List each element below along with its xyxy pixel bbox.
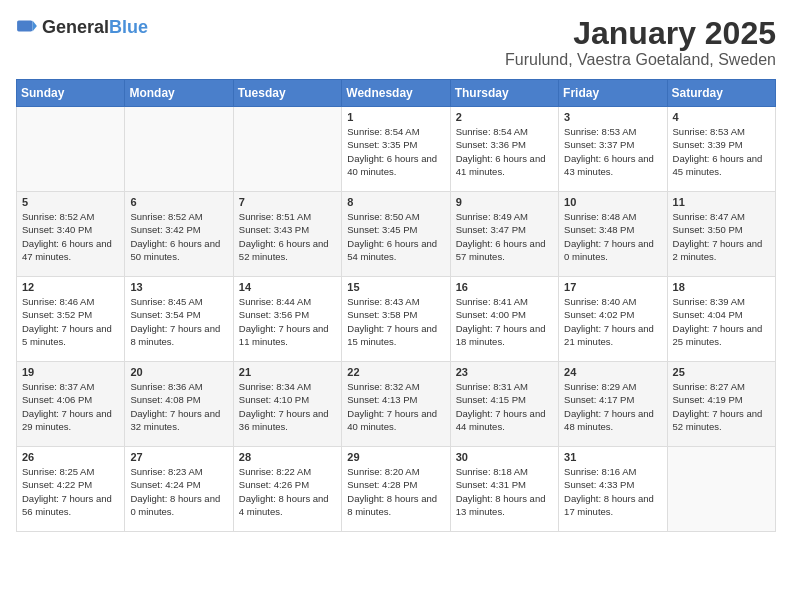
day-number: 20 (130, 366, 227, 378)
calendar-cell: 24Sunrise: 8:29 AM Sunset: 4:17 PM Dayli… (559, 362, 667, 447)
week-row-1: 1Sunrise: 8:54 AM Sunset: 3:35 PM Daylig… (17, 107, 776, 192)
week-row-4: 19Sunrise: 8:37 AM Sunset: 4:06 PM Dayli… (17, 362, 776, 447)
day-number: 22 (347, 366, 444, 378)
day-number: 3 (564, 111, 661, 123)
calendar-cell: 20Sunrise: 8:36 AM Sunset: 4:08 PM Dayli… (125, 362, 233, 447)
day-number: 29 (347, 451, 444, 463)
calendar-cell: 18Sunrise: 8:39 AM Sunset: 4:04 PM Dayli… (667, 277, 775, 362)
calendar-cell: 14Sunrise: 8:44 AM Sunset: 3:56 PM Dayli… (233, 277, 341, 362)
logo-general-text: General (42, 17, 109, 37)
day-number: 6 (130, 196, 227, 208)
day-number: 21 (239, 366, 336, 378)
calendar-cell (233, 107, 341, 192)
calendar-table: SundayMondayTuesdayWednesdayThursdayFrid… (16, 79, 776, 532)
day-number: 16 (456, 281, 553, 293)
day-number: 10 (564, 196, 661, 208)
day-info: Sunrise: 8:34 AM Sunset: 4:10 PM Dayligh… (239, 380, 336, 433)
day-info: Sunrise: 8:54 AM Sunset: 3:35 PM Dayligh… (347, 125, 444, 178)
calendar-cell: 19Sunrise: 8:37 AM Sunset: 4:06 PM Dayli… (17, 362, 125, 447)
day-info: Sunrise: 8:37 AM Sunset: 4:06 PM Dayligh… (22, 380, 119, 433)
day-info: Sunrise: 8:49 AM Sunset: 3:47 PM Dayligh… (456, 210, 553, 263)
day-number: 18 (673, 281, 770, 293)
calendar-cell: 16Sunrise: 8:41 AM Sunset: 4:00 PM Dayli… (450, 277, 558, 362)
day-number: 9 (456, 196, 553, 208)
day-info: Sunrise: 8:54 AM Sunset: 3:36 PM Dayligh… (456, 125, 553, 178)
calendar-cell: 28Sunrise: 8:22 AM Sunset: 4:26 PM Dayli… (233, 447, 341, 532)
svg-marker-1 (33, 20, 37, 31)
day-number: 13 (130, 281, 227, 293)
day-info: Sunrise: 8:48 AM Sunset: 3:48 PM Dayligh… (564, 210, 661, 263)
day-number: 14 (239, 281, 336, 293)
weekday-header-sunday: Sunday (17, 80, 125, 107)
calendar-cell: 9Sunrise: 8:49 AM Sunset: 3:47 PM Daylig… (450, 192, 558, 277)
day-info: Sunrise: 8:25 AM Sunset: 4:22 PM Dayligh… (22, 465, 119, 518)
calendar-cell: 15Sunrise: 8:43 AM Sunset: 3:58 PM Dayli… (342, 277, 450, 362)
day-info: Sunrise: 8:29 AM Sunset: 4:17 PM Dayligh… (564, 380, 661, 433)
calendar-cell: 17Sunrise: 8:40 AM Sunset: 4:02 PM Dayli… (559, 277, 667, 362)
calendar-cell: 10Sunrise: 8:48 AM Sunset: 3:48 PM Dayli… (559, 192, 667, 277)
day-number: 19 (22, 366, 119, 378)
day-number: 7 (239, 196, 336, 208)
calendar-cell: 13Sunrise: 8:45 AM Sunset: 3:54 PM Dayli… (125, 277, 233, 362)
day-number: 4 (673, 111, 770, 123)
calendar-cell: 11Sunrise: 8:47 AM Sunset: 3:50 PM Dayli… (667, 192, 775, 277)
calendar-cell: 22Sunrise: 8:32 AM Sunset: 4:13 PM Dayli… (342, 362, 450, 447)
calendar-cell (17, 107, 125, 192)
calendar-cell: 27Sunrise: 8:23 AM Sunset: 4:24 PM Dayli… (125, 447, 233, 532)
week-row-3: 12Sunrise: 8:46 AM Sunset: 3:52 PM Dayli… (17, 277, 776, 362)
weekday-header-wednesday: Wednesday (342, 80, 450, 107)
day-info: Sunrise: 8:46 AM Sunset: 3:52 PM Dayligh… (22, 295, 119, 348)
page-header: GeneralBlue January 2025 Furulund, Vaest… (16, 16, 776, 69)
day-number: 11 (673, 196, 770, 208)
calendar-cell: 5Sunrise: 8:52 AM Sunset: 3:40 PM Daylig… (17, 192, 125, 277)
day-info: Sunrise: 8:52 AM Sunset: 3:40 PM Dayligh… (22, 210, 119, 263)
weekday-header-thursday: Thursday (450, 80, 558, 107)
logo: GeneralBlue (16, 16, 148, 38)
day-info: Sunrise: 8:50 AM Sunset: 3:45 PM Dayligh… (347, 210, 444, 263)
day-info: Sunrise: 8:47 AM Sunset: 3:50 PM Dayligh… (673, 210, 770, 263)
logo-icon (16, 16, 38, 38)
calendar-cell (667, 447, 775, 532)
day-info: Sunrise: 8:44 AM Sunset: 3:56 PM Dayligh… (239, 295, 336, 348)
day-number: 26 (22, 451, 119, 463)
day-info: Sunrise: 8:16 AM Sunset: 4:33 PM Dayligh… (564, 465, 661, 518)
day-number: 15 (347, 281, 444, 293)
day-number: 17 (564, 281, 661, 293)
title-section: January 2025 Furulund, Vaestra Goetaland… (505, 16, 776, 69)
calendar-cell: 29Sunrise: 8:20 AM Sunset: 4:28 PM Dayli… (342, 447, 450, 532)
calendar-cell: 26Sunrise: 8:25 AM Sunset: 4:22 PM Dayli… (17, 447, 125, 532)
day-info: Sunrise: 8:39 AM Sunset: 4:04 PM Dayligh… (673, 295, 770, 348)
calendar-cell: 23Sunrise: 8:31 AM Sunset: 4:15 PM Dayli… (450, 362, 558, 447)
day-info: Sunrise: 8:45 AM Sunset: 3:54 PM Dayligh… (130, 295, 227, 348)
week-row-2: 5Sunrise: 8:52 AM Sunset: 3:40 PM Daylig… (17, 192, 776, 277)
day-info: Sunrise: 8:43 AM Sunset: 3:58 PM Dayligh… (347, 295, 444, 348)
day-info: Sunrise: 8:23 AM Sunset: 4:24 PM Dayligh… (130, 465, 227, 518)
location-title: Furulund, Vaestra Goetaland, Sweden (505, 51, 776, 69)
day-number: 1 (347, 111, 444, 123)
svg-rect-0 (17, 20, 32, 31)
day-number: 25 (673, 366, 770, 378)
day-info: Sunrise: 8:41 AM Sunset: 4:00 PM Dayligh… (456, 295, 553, 348)
calendar-cell: 30Sunrise: 8:18 AM Sunset: 4:31 PM Dayli… (450, 447, 558, 532)
day-info: Sunrise: 8:18 AM Sunset: 4:31 PM Dayligh… (456, 465, 553, 518)
calendar-cell (125, 107, 233, 192)
calendar-cell: 3Sunrise: 8:53 AM Sunset: 3:37 PM Daylig… (559, 107, 667, 192)
calendar-cell: 25Sunrise: 8:27 AM Sunset: 4:19 PM Dayli… (667, 362, 775, 447)
day-info: Sunrise: 8:52 AM Sunset: 3:42 PM Dayligh… (130, 210, 227, 263)
day-number: 23 (456, 366, 553, 378)
logo-blue-text: Blue (109, 17, 148, 37)
weekday-header-saturday: Saturday (667, 80, 775, 107)
calendar-cell: 31Sunrise: 8:16 AM Sunset: 4:33 PM Dayli… (559, 447, 667, 532)
day-info: Sunrise: 8:53 AM Sunset: 3:39 PM Dayligh… (673, 125, 770, 178)
day-info: Sunrise: 8:40 AM Sunset: 4:02 PM Dayligh… (564, 295, 661, 348)
day-info: Sunrise: 8:36 AM Sunset: 4:08 PM Dayligh… (130, 380, 227, 433)
day-number: 28 (239, 451, 336, 463)
calendar-cell: 1Sunrise: 8:54 AM Sunset: 3:35 PM Daylig… (342, 107, 450, 192)
month-title: January 2025 (505, 16, 776, 51)
day-number: 5 (22, 196, 119, 208)
calendar-cell: 4Sunrise: 8:53 AM Sunset: 3:39 PM Daylig… (667, 107, 775, 192)
day-info: Sunrise: 8:53 AM Sunset: 3:37 PM Dayligh… (564, 125, 661, 178)
weekday-header-row: SundayMondayTuesdayWednesdayThursdayFrid… (17, 80, 776, 107)
day-number: 31 (564, 451, 661, 463)
day-info: Sunrise: 8:51 AM Sunset: 3:43 PM Dayligh… (239, 210, 336, 263)
